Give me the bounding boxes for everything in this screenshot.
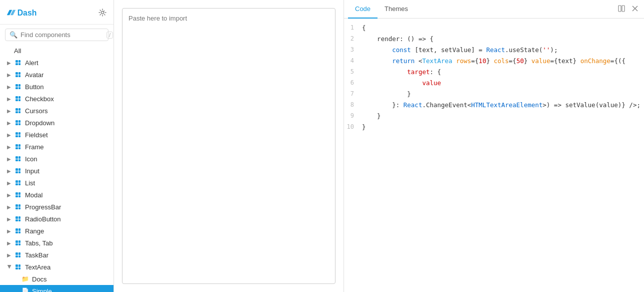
search-input[interactable] (20, 31, 104, 39)
arrow-icon: ▶ (7, 240, 12, 246)
arrow-icon: ▶ (7, 228, 12, 234)
line-content: value (362, 78, 441, 88)
grid-icon (14, 143, 22, 151)
import-textarea[interactable] (122, 8, 336, 284)
sidebar-item-textarea[interactable]: ▶ TextArea (0, 261, 114, 273)
sidebar-list: All ▶ Alert ▶ Avatar ▶ Button ▶ Checkbox… (0, 45, 114, 292)
line-number: 1 (344, 23, 362, 33)
arrow-icon: ▶ (7, 216, 12, 222)
grid-icon (14, 119, 22, 127)
arrow-icon: ▶ (7, 180, 12, 186)
sidebar-item-avatar[interactable]: ▶ Avatar (0, 69, 114, 81)
arrow-icon: ▶ (7, 252, 12, 258)
sidebar-item-fieldset[interactable]: ▶ Fieldset (0, 129, 114, 141)
arrow-icon: ▶ (7, 192, 12, 198)
arrow-icon: ▶ (7, 120, 12, 126)
sidebar-item-all[interactable]: All (0, 45, 114, 57)
sidebar-item-radiobutton[interactable]: ▶ RadioButton (0, 213, 114, 225)
grid-icon (14, 167, 22, 175)
arrow-icon: ▶ (7, 204, 12, 210)
sidebar-item-label: All (14, 47, 21, 55)
sidebar-item-progressbar[interactable]: ▶ ProgressBar (0, 201, 114, 213)
line-content: return <TextArea rows={10} cols={50} val… (362, 56, 626, 66)
line-content: } (362, 89, 411, 99)
gear-button[interactable] (98, 8, 108, 18)
sidebar-item-dropdown[interactable]: ▶ Dropdown (0, 117, 114, 129)
sidebar-item-checkbox[interactable]: ▶ Checkbox (0, 93, 114, 105)
folder-icon: 📁 (21, 275, 29, 283)
logo: Dash (6, 5, 41, 20)
close-button[interactable] (630, 5, 640, 14)
grid-icon (14, 71, 22, 79)
sidebar-item-label: Dropdown (25, 119, 54, 127)
code-panel: Code Themes 1 { 2 render: (344, 0, 644, 292)
sidebar-item-label: Button (25, 83, 44, 91)
search-bar[interactable]: 🔍 / (5, 29, 108, 41)
code-tabs-bar: Code Themes (344, 0, 644, 19)
arrow-icon: ▶ (7, 60, 12, 66)
arrow-icon: ▶ (7, 84, 12, 90)
line-number: 9 (344, 111, 362, 121)
sidebar-item-frame[interactable]: ▶ Frame (0, 141, 114, 153)
sidebar-item-range[interactable]: ▶ Range (0, 225, 114, 237)
grid-icon (14, 239, 22, 247)
split-view-button[interactable] (616, 4, 627, 15)
sidebar-item-button[interactable]: ▶ Button (0, 81, 114, 93)
sidebar-item-modal[interactable]: ▶ Modal (0, 189, 114, 201)
arrow-icon: ▶ (7, 108, 12, 114)
sidebar-item-list[interactable]: ▶ List (0, 177, 114, 189)
tab-themes[interactable]: Themes (378, 0, 415, 19)
sidebar-item-input[interactable]: ▶ Input (0, 165, 114, 177)
line-content: const [text, setValue] = React.useState(… (362, 45, 558, 55)
sidebar-item-label: Docs (32, 275, 47, 283)
sidebar-item-label: Input (25, 167, 40, 175)
line-number: 10 (344, 122, 362, 132)
sidebar-item-label: Frame (25, 143, 44, 151)
sidebar-item-tabs-tab[interactable]: ▶ Tabs, Tab (0, 237, 114, 249)
grid-icon (14, 215, 22, 223)
grid-icon (14, 59, 22, 67)
line-content: target: { (362, 67, 441, 77)
sidebar-header: Dash (0, 0, 114, 25)
slash-badge: / (106, 32, 113, 39)
sidebar-item-alert[interactable]: ▶ Alert (0, 57, 114, 69)
line-number: 6 (344, 78, 362, 88)
sidebar-item-cursors[interactable]: ▶ Cursors (0, 105, 114, 117)
sidebar-item-label: List (25, 179, 35, 187)
arrow-icon: ▶ (7, 264, 12, 269)
code-line: 4 return <TextArea rows={10} cols={50} v… (344, 56, 644, 67)
line-content: } (362, 122, 366, 132)
sidebar-item-label: Range (25, 227, 44, 235)
grid-icon (14, 83, 22, 91)
grid-icon (14, 251, 22, 259)
dash-logo-svg: Dash (6, 5, 41, 20)
grid-icon (14, 179, 22, 187)
split-icon (618, 5, 625, 12)
file-icon: 📄 (21, 287, 29, 292)
line-number: 5 (344, 67, 362, 77)
tab-code[interactable]: Code (348, 0, 378, 19)
arrow-icon: ▶ (7, 132, 12, 138)
sidebar-item-textarea-docs[interactable]: 📁 Docs (0, 273, 114, 285)
arrow-icon: ▶ (7, 144, 12, 150)
line-content: } (362, 111, 381, 121)
sidebar-item-textarea-simple[interactable]: 📄 Simple (0, 285, 114, 292)
grid-icon (14, 203, 22, 211)
code-line: 2 render: () => { (344, 34, 644, 45)
code-line: 3 const [text, setValue] = React.useStat… (344, 45, 644, 56)
sidebar-item-icon[interactable]: ▶ Icon (0, 153, 114, 165)
svg-rect-2 (618, 6, 621, 12)
sidebar-item-taskbar[interactable]: ▶ TaskBar (0, 249, 114, 261)
import-area (114, 0, 344, 292)
code-line: 10 } (344, 122, 644, 133)
sidebar-item-label: TaskBar (25, 251, 48, 259)
line-number: 8 (344, 100, 362, 110)
sidebar-item-label: Tabs, Tab (25, 239, 52, 247)
sidebar-item-label: Fieldset (25, 131, 48, 139)
grid-icon (14, 95, 22, 103)
line-content: render: () => { (362, 34, 434, 44)
svg-rect-3 (622, 6, 624, 12)
grid-icon (14, 263, 22, 271)
sidebar-item-label: Avatar (25, 71, 44, 79)
sidebar-item-label: Modal (25, 191, 42, 199)
